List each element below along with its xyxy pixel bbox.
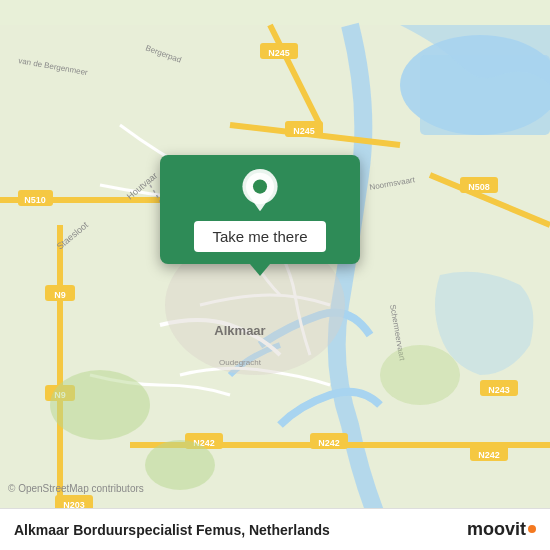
svg-point-45 <box>253 180 267 194</box>
osm-attribution: © OpenStreetMap contributors <box>8 483 144 494</box>
map-container: N510 N9 N9 N245 N245 N242 N242 N508 N242… <box>0 0 550 550</box>
svg-text:N9: N9 <box>54 290 66 300</box>
location-info: Alkmaar Borduurspecialist Femus, Netherl… <box>14 522 330 538</box>
svg-point-42 <box>380 345 460 405</box>
svg-text:N242: N242 <box>478 450 500 460</box>
svg-point-43 <box>145 440 215 490</box>
svg-text:N508: N508 <box>468 182 490 192</box>
location-callout: Take me there <box>160 155 360 264</box>
map-background: N510 N9 N9 N245 N245 N242 N242 N508 N242… <box>0 0 550 550</box>
moovit-logo: moovit <box>467 519 536 540</box>
svg-text:N243: N243 <box>488 385 510 395</box>
take-me-there-button[interactable]: Take me there <box>194 221 325 252</box>
svg-text:N245: N245 <box>268 48 290 58</box>
location-name: Alkmaar Borduurspecialist Femus, Netherl… <box>14 522 330 538</box>
location-pin-icon <box>238 169 282 213</box>
moovit-dot <box>528 525 536 533</box>
moovit-wordmark: moovit <box>467 519 526 540</box>
svg-text:N510: N510 <box>24 195 46 205</box>
svg-point-41 <box>50 370 150 440</box>
bottom-bar: Alkmaar Borduurspecialist Femus, Netherl… <box>0 508 550 550</box>
svg-text:N242: N242 <box>318 438 340 448</box>
svg-text:N245: N245 <box>293 126 315 136</box>
